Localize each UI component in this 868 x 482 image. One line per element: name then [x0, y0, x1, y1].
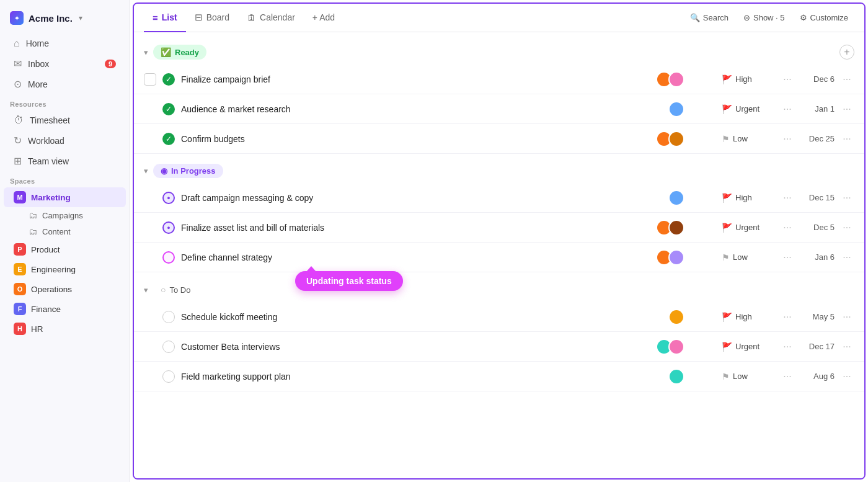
- sub-item-label: Content: [42, 227, 71, 236]
- task-date: Jan 1: [797, 104, 835, 114]
- sidebar-subitem-content[interactable]: 🗂 Content: [4, 223, 126, 239]
- task-options-dots[interactable]: ···: [777, 74, 797, 85]
- task-more-button[interactable]: ···: [839, 252, 854, 263]
- section-pill-ready: ✅ Ready: [153, 45, 206, 60]
- section-header-inprogress[interactable]: ▾ ◉ In Progress: [134, 159, 864, 183]
- tab-label: List: [162, 12, 177, 22]
- app-logo[interactable]: ✦ Acme Inc. ▾: [0, 7, 130, 33]
- spaces-label: Spaces: [0, 171, 130, 187]
- task-more-button[interactable]: ···: [839, 222, 854, 233]
- task-priority: ⚑ Low: [722, 252, 777, 262]
- task-date: May 5: [797, 312, 835, 321]
- task-options-dots[interactable]: ···: [777, 104, 797, 115]
- home-icon: ⌂: [14, 38, 20, 49]
- sidebar-item-workload[interactable]: ↻ Workload: [4, 130, 126, 151]
- task-status-done-icon[interactable]: ✓: [162, 73, 175, 86]
- task-avatars: [656, 71, 684, 87]
- inbox-icon: ✉: [14, 58, 22, 69]
- sidebar-item-teamview[interactable]: ⊞ Team view: [4, 151, 126, 171]
- task-options-dots[interactable]: ···: [777, 192, 797, 203]
- tab-board[interactable]: ⊟ Board: [186, 4, 238, 32]
- task-more-button[interactable]: ···: [839, 341, 854, 352]
- sidebar-subitem-campaigns[interactable]: 🗂 Campaigns: [4, 207, 126, 223]
- task-row: ✓ Finalize campaign brief 🚩 High ··· Dec…: [134, 65, 864, 94]
- timesheet-icon: ⏱: [14, 115, 24, 126]
- task-more-button[interactable]: ···: [839, 74, 854, 85]
- workload-icon: ↻: [14, 135, 22, 146]
- topbar: ≡ List ⊟ Board 🗓 Calendar + Add 🔍 Search…: [134, 4, 864, 32]
- ready-check-icon: ✅: [161, 47, 171, 57]
- task-checkbox[interactable]: [144, 73, 156, 86]
- task-name: Field marketing support plan: [181, 372, 658, 382]
- show-button[interactable]: ⊜ Show · 5: [737, 10, 791, 25]
- space-label: Engineering: [31, 265, 76, 274]
- task-more-button[interactable]: ···: [839, 311, 854, 323]
- task-avatars: [656, 220, 684, 236]
- task-more-button[interactable]: ···: [839, 371, 854, 382]
- sidebar-item-label: Team view: [28, 156, 69, 166]
- avatar: [668, 190, 684, 206]
- priority-flag-icon: 🚩: [722, 104, 732, 114]
- task-options-dots[interactable]: ···: [777, 222, 797, 233]
- folder-icon: 🗂: [29, 210, 37, 220]
- sidebar-item-product[interactable]: P Product: [4, 239, 126, 259]
- section-pill-todo: ○ To Do: [153, 282, 198, 297]
- task-status-todo-icon[interactable]: [162, 311, 175, 323]
- section-pill-inprogress: ◉ In Progress: [153, 164, 223, 178]
- task-status-inprogress-icon[interactable]: ●: [162, 221, 175, 234]
- task-options-dots[interactable]: ···: [777, 133, 797, 145]
- sidebar-item-more[interactable]: ⊙ More: [4, 74, 126, 94]
- caret-icon: ▾: [144, 166, 148, 176]
- section-add-button[interactable]: +: [839, 45, 854, 60]
- space-label: Marketing: [31, 193, 71, 202]
- tooltip-arrow: [306, 266, 316, 272]
- priority-label: High: [735, 74, 752, 84]
- sidebar-item-operations[interactable]: O Operations: [4, 279, 126, 299]
- task-status-inprogress-icon[interactable]: ●: [162, 192, 175, 204]
- sidebar-item-hr[interactable]: H HR: [4, 319, 126, 339]
- task-area: ▾ ✅ Ready + ✓ Finalize campaign brief 🚩 …: [134, 32, 864, 478]
- task-more-button[interactable]: ···: [839, 133, 854, 145]
- customize-label: Customize: [810, 13, 848, 22]
- task-options-dots[interactable]: ···: [777, 341, 797, 352]
- avatar: [668, 249, 684, 266]
- tab-calendar[interactable]: 🗓 Calendar: [238, 4, 304, 32]
- task-priority: 🚩 Urgent: [722, 342, 777, 352]
- task-name: Draft campaign messaging & copy: [181, 193, 658, 203]
- priority-flag-icon: 🚩: [722, 312, 732, 322]
- priority-flag-icon: 🚩: [722, 342, 732, 352]
- tab-add[interactable]: + Add: [304, 4, 343, 32]
- search-button[interactable]: 🔍 Search: [684, 10, 735, 25]
- customize-icon: ⚙: [800, 13, 807, 22]
- task-status-done-icon[interactable]: ✓: [162, 103, 175, 115]
- space-label: Operations: [31, 285, 72, 294]
- sidebar-item-home[interactable]: ⌂ Home: [4, 33, 126, 53]
- task-more-button[interactable]: ···: [839, 192, 854, 203]
- section-header-todo[interactable]: ▾ ○ To Do: [134, 277, 864, 302]
- engineering-icon: E: [14, 263, 26, 275]
- sidebar-item-inbox[interactable]: ✉ Inbox 9: [4, 53, 126, 74]
- avatar: [668, 71, 684, 87]
- task-more-button[interactable]: ···: [839, 104, 854, 115]
- task-status-done-icon[interactable]: ✓: [162, 133, 175, 145]
- task-options-dots[interactable]: ···: [777, 371, 797, 382]
- customize-button[interactable]: ⚙ Customize: [794, 10, 854, 25]
- avatar: [668, 309, 684, 325]
- task-status-todo-icon[interactable]: [162, 341, 175, 353]
- task-options-dots[interactable]: ···: [777, 311, 797, 323]
- task-options-dots[interactable]: ···: [777, 252, 797, 263]
- space-label: Finance: [31, 305, 61, 314]
- task-priority: 🚩 High: [722, 74, 777, 84]
- section-header-ready[interactable]: ▾ ✅ Ready +: [134, 40, 864, 65]
- sidebar-item-timesheet[interactable]: ⏱ Timesheet: [4, 110, 126, 130]
- tooltip-bubble: Updating task status: [295, 271, 403, 291]
- priority-flag-icon: 🚩: [722, 223, 732, 233]
- sidebar-item-engineering[interactable]: E Engineering: [4, 259, 126, 279]
- sidebar-item-finance[interactable]: F Finance: [4, 299, 126, 319]
- task-status-todo-icon[interactable]: [162, 370, 175, 383]
- sub-item-label: Campaigns: [42, 211, 83, 220]
- priority-flag-icon: ⚑: [722, 252, 730, 262]
- tab-list[interactable]: ≡ List: [144, 4, 186, 32]
- task-status-inprogress-icon[interactable]: [162, 251, 175, 264]
- sidebar-item-marketing[interactable]: M Marketing: [4, 187, 126, 207]
